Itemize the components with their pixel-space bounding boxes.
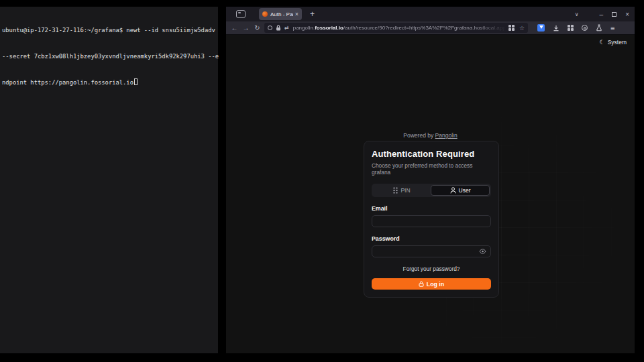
password-input-wrap xyxy=(372,245,491,257)
downloads-icon[interactable] xyxy=(553,25,559,32)
forward-button[interactable]: → xyxy=(240,24,252,32)
email-label: Email xyxy=(372,205,491,212)
terminal-cursor xyxy=(134,78,138,85)
email-input-wrap xyxy=(372,215,491,227)
adblock-icon[interactable] xyxy=(582,25,588,31)
browser-window: Auth - Pangolin × + ∨ – × ← → ↻ ⇄ pangol… xyxy=(226,7,635,353)
login-button-label: Log in xyxy=(427,281,444,288)
theme-toggle-button[interactable]: ☾ System xyxy=(600,39,627,46)
privacy-extension-icon[interactable] xyxy=(537,24,545,32)
reload-button[interactable]: ↻ xyxy=(252,24,263,32)
user-icon xyxy=(450,187,456,194)
terminal-line: --secret 7cbz1xw08lh1jbzey03yxvndljvneam… xyxy=(2,52,216,61)
back-button[interactable]: ← xyxy=(229,24,240,32)
pangolin-link[interactable]: Pangolin xyxy=(435,132,458,139)
close-window-button[interactable]: × xyxy=(625,11,629,18)
lock-icon xyxy=(276,25,281,31)
terminal-line: ndpoint https://pangolin.fossorial.io xyxy=(2,78,216,87)
menu-icon[interactable]: ≡ xyxy=(610,24,614,32)
beaker-extension-icon[interactable] xyxy=(596,24,602,32)
navigation-toolbar: ← → ↻ ⇄ pangolin.fossorial.io/auth/resou… xyxy=(226,21,635,35)
url-text[interactable]: pangolin.fossorial.io/auth/resource/90?r… xyxy=(293,25,508,31)
theme-toggle-label: System xyxy=(608,39,627,46)
extensions-grid-icon[interactable] xyxy=(568,25,574,31)
tab-auth-pangolin[interactable]: Auth - Pangolin × xyxy=(259,8,302,20)
new-tab-button[interactable]: + xyxy=(310,9,315,19)
tab-pin-label: PIN xyxy=(400,187,410,194)
tab-close-icon[interactable]: × xyxy=(295,11,299,17)
permissions-exchange-icon[interactable]: ⇄ xyxy=(284,25,289,31)
forgot-password-link[interactable]: Forgot your password? xyxy=(372,265,491,272)
email-field[interactable] xyxy=(372,216,490,227)
terminal-window[interactable]: ubuntu@ip-172-31-27-116:~/grafana$ newt … xyxy=(0,7,218,353)
list-tabs-chevron-icon[interactable]: ∨ xyxy=(575,11,579,17)
card-title: Authentication Required xyxy=(372,149,491,159)
tab-bar: Auth - Pangolin × + ∨ – × xyxy=(226,7,635,21)
bookmark-star-icon[interactable]: ☆ xyxy=(519,25,525,32)
minimize-button[interactable]: – xyxy=(600,11,604,18)
firefox-view-icon[interactable] xyxy=(236,10,246,18)
shortcuts-grid-icon[interactable] xyxy=(508,25,515,31)
tab-title: Auth - Pangolin xyxy=(270,11,293,17)
moon-icon: ☾ xyxy=(600,39,605,46)
login-button[interactable]: Log in xyxy=(372,278,491,290)
password-field[interactable] xyxy=(372,246,479,257)
auth-method-tabs: PIN User xyxy=(372,184,491,197)
maximize-button[interactable] xyxy=(612,12,616,17)
card-subtitle: Choose your preferred method to access g… xyxy=(372,162,491,176)
tracking-protection-icon[interactable] xyxy=(268,25,272,30)
powered-by: Powered by Pangolin xyxy=(226,132,635,139)
password-label: Password xyxy=(372,235,491,242)
tab-user-label: User xyxy=(459,187,471,194)
pangolin-favicon-icon xyxy=(262,11,268,17)
page-content: ☾ System Powered by Pangolin Authenticat… xyxy=(226,35,635,353)
keypad-dots-icon xyxy=(393,187,398,194)
tab-user[interactable]: User xyxy=(431,185,490,196)
auth-card: Authentication Required Choose your pref… xyxy=(364,141,499,298)
show-password-eye-icon[interactable] xyxy=(479,249,486,254)
login-lock-icon xyxy=(419,281,424,287)
url-bar[interactable]: ⇄ pangolin.fossorial.io/auth/resource/90… xyxy=(264,23,528,33)
tab-pin[interactable]: PIN xyxy=(373,185,431,196)
terminal-line: ubuntu@ip-172-31-27-116:~/grafana$ newt … xyxy=(2,26,216,35)
